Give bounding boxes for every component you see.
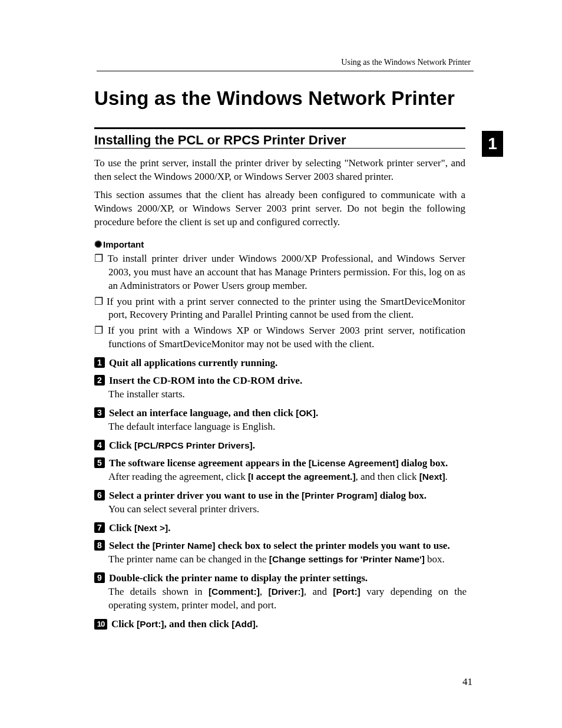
chapter-tab: 1 [482,131,503,157]
text: The printer name can be changed in the [108,554,269,565]
step-body: After reading the agreement, click [I ac… [108,470,467,484]
step-title: The software license agreement appears i… [109,457,448,469]
ui-button-pcl-rpcs: [PCL/RPCS Printer Drivers] [134,440,253,450]
text: , and then click [356,471,419,482]
ui-button-ok: [OK] [296,408,316,418]
page-title: Using as the Windows Network Printer [94,87,497,110]
text: Select the [109,540,153,551]
step-body: You can select several printer drivers. [108,503,467,516]
step-number-icon: 9 [94,572,105,583]
step-body: The installer starts. [108,388,467,401]
text: , and [304,586,333,597]
text: Click [109,522,134,533]
step-5: 5 The software license agreement appears… [94,457,467,484]
ui-button-accept: [I accept the agreement.] [248,472,356,482]
running-head: Using as the Windows Network Printer [341,58,471,67]
ui-button-add: [Add] [232,619,255,629]
step-title: Select an interface language, and then c… [109,407,318,419]
text: , and then click [164,618,232,630]
section-title: Installing the PCL or RPCS Printer Drive… [94,133,346,148]
text: The software license agreement appears i… [109,457,309,469]
step-title: Click [Port:], and then click [Add]. [111,618,258,630]
step-number-icon: 8 [94,540,105,551]
ui-button-next: [Next >] [134,523,168,533]
ui-field-port: [Port:] [333,587,361,597]
text: Select an interface language, and then c… [109,407,296,419]
step-title: Click [Next >]. [109,522,171,533]
document-page: Using as the Windows Network Printer 1 U… [0,0,562,728]
text: . [168,522,170,533]
step-2: 2 Insert the CD-ROM into the CD-ROM driv… [94,375,467,401]
step-number-icon: 10 [94,619,107,630]
step-1: 1 Quit all applications currently runnin… [94,357,467,369]
text: . [253,440,255,451]
step-title: Quit all applications currently running. [109,357,277,368]
step-number-icon: 1 [94,357,105,368]
ui-field-port: [Port:] [137,619,164,629]
text: dialog box. [377,490,427,501]
list-item: If you print with a Windows XP or Window… [94,324,465,351]
list-item: To install printer driver under Windows … [94,252,465,293]
text: . [445,471,448,482]
header-rule [97,71,474,71]
text: Click [111,618,137,630]
text: The details shown in [108,586,209,597]
list-item: If you print with a print server connect… [94,295,465,322]
step-number-icon: 6 [94,490,105,500]
section-rule-thin [94,148,465,149]
intro-paragraph-1: To use the print server, install the pri… [94,157,465,184]
step-8: 8 Select the [Printer Name] check box to… [94,540,467,566]
step-title: Double-click the printer name to display… [109,572,368,584]
page-number: 41 [462,676,472,688]
step-body: The default interface language is Englis… [108,420,467,434]
step-6: 6 Select a printer driver you want to us… [94,490,467,516]
text: check box to select the printer models y… [215,540,449,551]
intro-paragraph-2: This section assumes that the client has… [94,189,465,229]
step-number-icon: 2 [94,375,105,386]
ui-button-next: [Next] [419,472,445,482]
step-10: 10 Click [Port:], and then click [Add]. [94,618,467,630]
step-number-icon: 7 [94,522,105,533]
step-title: Insert the CD-ROM into the CD-ROM drive. [109,375,302,386]
step-title: Click [PCL/RPCS Printer Drivers]. [109,440,255,451]
step-title: Select a printer driver you want to use … [109,490,427,501]
step-3: 3 Select an interface language, and then… [94,407,467,434]
text: . [256,618,258,630]
text: After reading the agreement, click [108,471,248,482]
ui-box-change-settings: [Change settings for 'Printer Name'] [269,554,425,564]
text: . [316,407,318,419]
text: , [260,586,269,597]
important-list: To install printer driver under Windows … [94,252,465,352]
step-number-icon: 3 [94,407,105,418]
section-rule-thick [94,127,465,129]
important-heading: Important [94,239,497,250]
ui-dialog-printer-program: [Printer Program] [302,490,377,500]
step-title: Select the [Printer Name] check box to s… [109,540,450,551]
ui-dialog-license: [License Agreement] [309,458,399,468]
step-body: The printer name can be changed in the [… [108,553,467,566]
step-number-icon: 5 [94,457,105,468]
ui-field-comment: [Comment:] [209,587,260,597]
ui-checkbox-printer-name: [Printer Name] [153,541,216,551]
ui-field-driver: [Driver:] [268,587,303,597]
text: box. [425,554,445,565]
text: Select a printer driver you want to use … [109,490,302,501]
step-number-icon: 4 [94,440,105,450]
step-4: 4 Click [PCL/RPCS Printer Drivers]. [94,440,467,452]
step-9: 9 Double-click the printer name to displ… [94,572,467,612]
step-body: The details shown in [Comment:], [Driver… [108,585,467,612]
text: Click [109,440,134,451]
step-7: 7 Click [Next >]. [94,522,467,534]
text: dialog box. [399,457,448,469]
